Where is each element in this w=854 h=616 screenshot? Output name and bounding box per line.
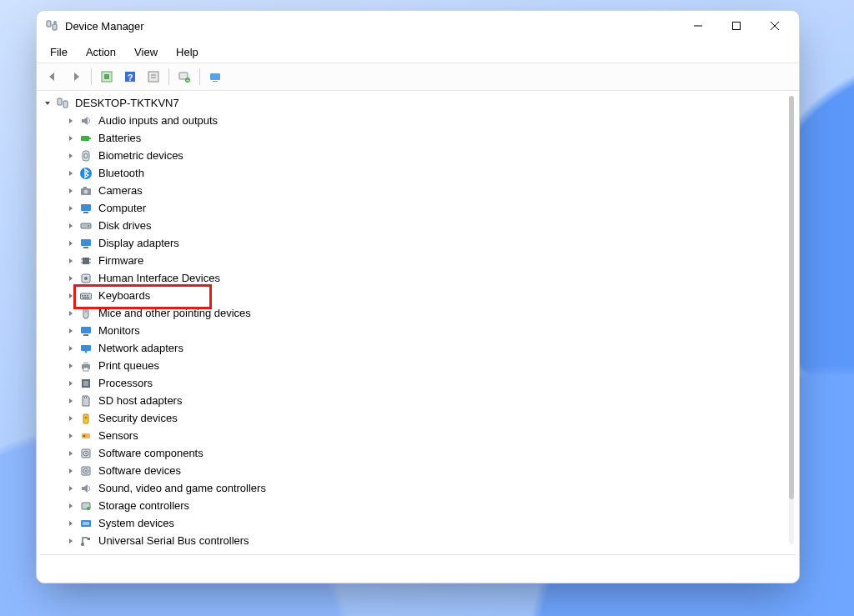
svg-rect-58 xyxy=(86,397,87,398)
tree-node[interactable]: Security devices xyxy=(42,409,799,427)
tree-node-label: Software components xyxy=(98,444,203,462)
menu-view[interactable]: View xyxy=(126,43,166,61)
svg-text:?: ? xyxy=(128,73,133,83)
expand-arrow-icon[interactable] xyxy=(65,290,77,302)
toolbar-update-driver-button[interactable] xyxy=(204,66,226,88)
expand-arrow-icon[interactable] xyxy=(65,465,77,477)
toolbar-scan-button[interactable]: + xyxy=(173,66,195,88)
tree-node[interactable]: Software components xyxy=(42,444,799,462)
tree-node[interactable]: Batteries xyxy=(42,129,799,147)
tree-node-label: Biometric devices xyxy=(98,147,183,164)
tree-node[interactable]: Software devices xyxy=(42,462,799,479)
device-tree[interactable]: DESKTOP-TKTKVN7Audio inputs and outputsB… xyxy=(37,91,799,549)
tree-node[interactable]: Network adapters xyxy=(42,339,799,357)
scrollbar-thumb[interactable] xyxy=(789,96,794,499)
tree-node[interactable]: Bluetooth xyxy=(42,164,799,182)
svg-rect-4 xyxy=(733,23,741,30)
svg-rect-21 xyxy=(81,136,89,141)
svg-rect-17 xyxy=(210,73,220,80)
tree-node[interactable]: Biometric devices xyxy=(42,147,799,164)
expand-arrow-icon[interactable] xyxy=(65,168,77,179)
maximize-button[interactable] xyxy=(717,13,756,39)
svg-rect-54 xyxy=(83,368,88,371)
toolbar-help-button[interactable]: ? xyxy=(119,66,141,88)
tree-node[interactable]: Cameras xyxy=(42,182,799,199)
tree-node[interactable]: Universal Serial Bus controllers xyxy=(42,532,799,549)
battery-icon xyxy=(78,131,93,146)
menu-help[interactable]: Help xyxy=(168,43,207,61)
tree-node[interactable]: Print queues xyxy=(42,357,799,374)
expand-arrow-icon[interactable] xyxy=(65,535,77,547)
minimize-button[interactable] xyxy=(679,13,717,39)
close-button[interactable] xyxy=(756,13,794,39)
svg-rect-23 xyxy=(83,151,89,161)
chip-icon xyxy=(78,253,93,268)
vertical-scrollbar[interactable] xyxy=(789,96,794,544)
tree-node[interactable]: Mice and other pointing devices xyxy=(42,304,799,322)
expand-arrow-icon[interactable] xyxy=(65,185,77,197)
svg-point-70 xyxy=(87,507,90,510)
svg-rect-43 xyxy=(84,295,86,297)
expand-arrow-icon[interactable] xyxy=(65,413,77,424)
toolbar-properties-button[interactable] xyxy=(143,66,164,88)
tree-node[interactable]: Human Interface Devices xyxy=(42,269,799,287)
expand-arrow-icon[interactable] xyxy=(65,308,77,319)
menu-file-label: File xyxy=(50,46,68,58)
tree-node-label: Computer xyxy=(98,199,146,217)
tree-node[interactable]: Sound, video and game controllers xyxy=(42,479,799,497)
expand-arrow-icon[interactable] xyxy=(65,378,77,389)
expand-arrow-icon[interactable] xyxy=(65,518,77,529)
expand-arrow-icon[interactable] xyxy=(65,203,77,214)
expand-arrow-icon[interactable] xyxy=(65,430,77,442)
tree-root-node[interactable]: DESKTOP-TKTKVN7 xyxy=(42,94,799,112)
svg-rect-32 xyxy=(81,239,91,246)
expand-arrow-icon[interactable] xyxy=(65,448,77,459)
svg-rect-19 xyxy=(58,98,62,105)
svg-rect-44 xyxy=(87,295,88,297)
statusbar xyxy=(40,554,796,578)
tree-node[interactable]: Audio inputs and outputs xyxy=(42,112,799,129)
system-icon xyxy=(78,516,93,531)
desktop-background: Device Manager File Action View Help xyxy=(0,0,854,616)
menu-help-label: Help xyxy=(176,46,198,58)
tree-node[interactable]: SD host adapters xyxy=(42,392,799,409)
tree-node-label: Storage controllers xyxy=(98,497,189,514)
tree-node-label: Print queues xyxy=(98,357,159,374)
menu-action[interactable]: Action xyxy=(78,43,124,61)
tree-node[interactable]: Sensors xyxy=(42,427,799,444)
tree-node[interactable]: Storage controllers xyxy=(42,497,799,514)
svg-point-60 xyxy=(85,416,88,418)
tree-node[interactable]: Processors xyxy=(42,374,799,392)
tree-node[interactable]: Disk drives xyxy=(42,217,799,234)
tree-node-label: Mice and other pointing devices xyxy=(98,304,251,322)
expand-arrow-icon[interactable] xyxy=(65,273,77,284)
expand-arrow-icon[interactable] xyxy=(65,115,77,127)
expand-arrow-icon[interactable] xyxy=(65,325,77,337)
speaker-icon xyxy=(78,113,93,128)
expand-arrow-icon[interactable] xyxy=(65,395,77,407)
software-icon xyxy=(78,463,93,478)
expand-arrow-icon[interactable] xyxy=(65,500,77,512)
expand-arrow-icon[interactable] xyxy=(65,483,77,494)
expand-arrow-icon[interactable] xyxy=(65,238,77,249)
toolbar-show-hidden-button[interactable] xyxy=(96,66,118,88)
expand-arrow-icon[interactable] xyxy=(65,150,77,162)
toolbar-forward-button[interactable] xyxy=(65,66,87,88)
tree-node-label: System devices xyxy=(98,514,174,532)
tree-node[interactable]: Computer xyxy=(42,199,799,217)
toolbar-back-button[interactable] xyxy=(42,66,63,88)
expand-arrow-icon[interactable] xyxy=(65,133,77,144)
tree-node[interactable]: Keyboards xyxy=(42,287,799,304)
tree-node[interactable]: Display adapters xyxy=(42,234,799,252)
tree-node[interactable]: Firmware xyxy=(42,252,799,269)
expand-arrow-icon[interactable] xyxy=(65,255,77,267)
menu-file[interactable]: File xyxy=(42,43,76,61)
expand-arrow-icon[interactable] xyxy=(42,98,53,109)
expand-arrow-icon[interactable] xyxy=(65,220,77,232)
expand-arrow-icon[interactable] xyxy=(65,343,77,354)
svg-rect-56 xyxy=(83,381,88,386)
tree-node-label: Keyboards xyxy=(98,287,150,304)
expand-arrow-icon[interactable] xyxy=(65,360,77,372)
tree-node[interactable]: Monitors xyxy=(42,322,799,339)
tree-node[interactable]: System devices xyxy=(42,514,799,532)
